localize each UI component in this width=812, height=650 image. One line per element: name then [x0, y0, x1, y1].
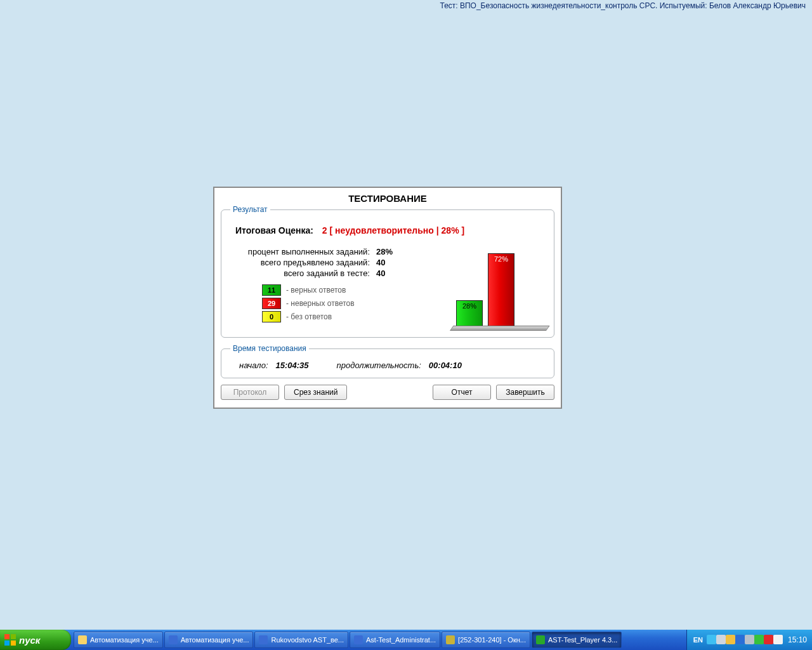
time-legend: Время тестирования [230, 344, 309, 353]
time-start-label: начало: [239, 361, 268, 370]
header-test-info: Тест: ВПО_Безопасность жизнедеятельности… [437, 0, 808, 11]
protocol-button[interactable]: Протокол [221, 385, 279, 400]
stat-given-label: всего предъявлено заданий: [230, 258, 376, 267]
time-duration-label: продолжительность: [337, 361, 421, 370]
legend-blank: 0 - без ответов [262, 311, 450, 322]
time-start-value: 15:04:35 [276, 361, 309, 370]
time-duration-value: 00:04:10 [429, 361, 462, 370]
word-icon [354, 635, 363, 644]
stat-given-value: 40 [376, 258, 385, 267]
taskbar-item-label: Rukovodstvo AST_ве... [271, 636, 344, 644]
chart-bar-wrong: 72% [488, 253, 514, 327]
dialog-title: ТЕСТИРОВАНИЕ [221, 193, 554, 204]
legend-blank-label: - без ответов [286, 312, 332, 321]
app-icon [536, 635, 545, 644]
result-legend: Результат [230, 205, 270, 214]
word-icon [259, 635, 268, 644]
network-icon[interactable] [707, 635, 716, 644]
antivirus-icon[interactable] [764, 635, 773, 644]
time-fieldset: Время тестирования начало: 15:04:35 прод… [221, 344, 554, 378]
window-icon [446, 635, 455, 644]
svg-rect-2 [4, 640, 10, 646]
knowledge-slice-button[interactable]: Срез знаний [284, 385, 347, 400]
stat-percent-label: процент выполненных заданий: [230, 247, 376, 256]
taskbar-item[interactable]: Rukovodstvo AST_ве... [254, 632, 348, 648]
legend-wrong-count: 29 [262, 298, 281, 309]
taskbar-item-label: Ast-Test_Administrat... [366, 636, 436, 644]
svg-rect-1 [11, 634, 16, 639]
final-grade-row: Итоговая Оценка: 2 [ неудовлетворительно… [235, 225, 545, 235]
chart-base [450, 326, 550, 331]
legend-correct-count: 11 [262, 284, 281, 296]
report-button[interactable]: Отчет [433, 385, 491, 400]
device-icon[interactable] [726, 635, 735, 644]
start-button[interactable]: пуск [0, 630, 71, 650]
chart-bar-correct-label: 28% [457, 302, 482, 310]
volume-icon[interactable] [716, 635, 726, 644]
stat-percent: процент выполненных заданий: 28% [230, 247, 450, 256]
taskbar-item-label: [252-301-240] - Окн... [458, 636, 526, 644]
legend-correct-label: - верных ответов [286, 286, 346, 295]
windows-logo-icon [4, 633, 16, 646]
final-grade-value: 2 [ неудовлетворительно | 28% ] [322, 225, 464, 235]
taskbar-item-label: Автоматизация уче... [90, 636, 159, 644]
finish-button[interactable]: Завершить [496, 385, 554, 400]
result-fieldset: Результат Итоговая Оценка: 2 [ неудовлет… [221, 205, 554, 338]
taskbar: пуск Автоматизация уче...Автоматизация у… [0, 630, 812, 650]
final-grade-label: Итоговая Оценка: [235, 225, 313, 235]
shield-icon[interactable] [754, 635, 764, 644]
display-icon[interactable] [735, 635, 745, 644]
word-icon [169, 635, 178, 644]
taskbar-item[interactable]: [252-301-240] - Окн... [442, 632, 530, 648]
stat-total-label: всего заданий в тесте: [230, 269, 376, 278]
taskbar-item-label: AST-Test_Player 4.3... [548, 636, 617, 644]
legend-wrong-label: - неверных ответов [286, 299, 355, 308]
taskbar-item[interactable]: Автоматизация уче... [74, 632, 163, 648]
stat-given: всего предъявлено заданий: 40 [230, 258, 450, 267]
chart-bar-correct: 28% [456, 300, 483, 327]
stat-total: всего заданий в тесте: 40 [230, 269, 450, 278]
result-dialog: ТЕСТИРОВАНИЕ Результат Итоговая Оценка: … [213, 187, 562, 409]
answers-legend: 11 - верных ответов 29 - неверных ответо… [230, 284, 450, 322]
taskbar-item[interactable]: Автоматизация уче... [164, 632, 254, 648]
stat-total-value: 40 [376, 269, 385, 278]
clock: 15:10 [788, 635, 807, 644]
taskbar-item[interactable]: Ast-Test_Administrat... [350, 632, 440, 648]
legend-blank-count: 0 [262, 311, 281, 322]
taskbar-item[interactable]: AST-Test_Player 4.3... [532, 632, 622, 648]
stat-percent-value: 28% [376, 247, 393, 256]
result-bar-chart: 28% 72% [450, 248, 545, 331]
taskbar-tasks: Автоматизация уче...Автоматизация уче...… [71, 630, 686, 650]
taskbar-item-label: Автоматизация уче... [181, 636, 249, 644]
folder-icon [78, 635, 87, 644]
system-tray: EN 15:10 [686, 630, 812, 650]
start-label: пуск [19, 635, 40, 646]
svg-rect-3 [11, 640, 16, 646]
language-indicator[interactable]: EN [693, 636, 703, 644]
legend-correct: 11 - верных ответов [262, 284, 450, 296]
svg-rect-0 [4, 634, 10, 639]
printer-icon[interactable] [745, 635, 754, 644]
mail-icon[interactable] [773, 635, 783, 644]
chart-bar-wrong-label: 72% [488, 255, 514, 263]
legend-wrong: 29 - неверных ответов [262, 298, 450, 309]
